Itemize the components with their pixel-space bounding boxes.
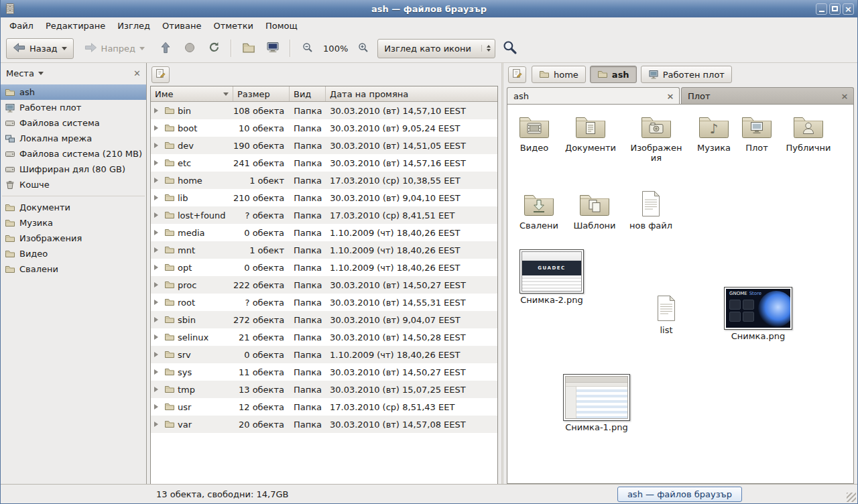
menu-item[interactable]: Помощ xyxy=(259,19,304,33)
expander-icon[interactable] xyxy=(154,265,162,270)
sidebar-item-9[interactable]: Музика xyxy=(1,215,146,231)
sidebar-item-2[interactable]: Файлова система xyxy=(1,115,146,131)
table-row[interactable]: lost+found? обектаПапка17.03.2010 (ср) 8… xyxy=(151,206,497,224)
path-button-2[interactable]: Работен плот xyxy=(641,66,732,83)
expander-icon[interactable] xyxy=(154,247,162,253)
path-button-1[interactable]: ash xyxy=(590,66,637,83)
expander-icon[interactable] xyxy=(154,212,162,218)
sidebar-close-button[interactable]: ✕ xyxy=(133,68,141,78)
table-row[interactable]: var20 обектаПапка30.03.2010 (вт) 14,57,0… xyxy=(151,416,497,433)
sidebar-item-4[interactable]: Файлова система (210 MB) xyxy=(1,146,146,162)
column-header-date[interactable]: Дата на промяна xyxy=(326,86,497,101)
expander-icon[interactable] xyxy=(154,352,162,357)
sidebar-item-10[interactable]: Изображения xyxy=(1,231,146,246)
icon-view-item[interactable]: нов файл xyxy=(624,190,678,231)
icon-view-item[interactable]: Снимка-1.png xyxy=(559,374,634,433)
column-header-type[interactable]: Вид xyxy=(290,86,326,101)
sidebar-item-0[interactable]: ash xyxy=(1,84,146,100)
expander-icon[interactable] xyxy=(154,125,162,131)
table-row[interactable]: boot10 обектаПапка30.03.2010 (вт) 9,05,2… xyxy=(151,119,497,137)
expander-icon[interactable] xyxy=(154,108,162,113)
sidebar-item-5[interactable]: Шифриран дял (80 GB) xyxy=(1,162,146,177)
expander-icon[interactable] xyxy=(154,282,162,288)
table-row[interactable]: sys11 обектаПапка30.03.2010 (вт) 14,50,2… xyxy=(151,363,497,381)
computer-button[interactable] xyxy=(263,38,283,59)
icon-view-item[interactable]: GUADECСнимка-2.png xyxy=(516,249,587,306)
zoom-in-button[interactable] xyxy=(353,38,373,59)
sidebar-item-1[interactable]: Работен плот xyxy=(1,100,146,115)
tab-close-icon[interactable]: × xyxy=(839,90,850,101)
table-row[interactable]: selinux21 обектаПапка30.03.2010 (вт) 14,… xyxy=(151,328,497,346)
expander-icon[interactable] xyxy=(154,300,162,305)
icon-view[interactable]: ВидеоДокументиИзображения♪МузикаПлотПубл… xyxy=(507,104,854,484)
expander-icon[interactable] xyxy=(154,334,162,340)
places-select[interactable]: Места xyxy=(6,68,34,78)
icon-view-item[interactable]: GNOMEStoreСнимка.png xyxy=(721,287,796,342)
taskbar-window-button[interactable]: ash — файлов браузър xyxy=(617,487,742,502)
forward-button[interactable]: Напред xyxy=(78,38,151,59)
search-button[interactable] xyxy=(499,38,519,59)
sidebar-item-8[interactable]: Документи xyxy=(1,200,146,215)
tab-2[interactable]: Плот× xyxy=(681,87,854,104)
maximize-button[interactable] xyxy=(829,3,841,15)
expander-icon[interactable] xyxy=(154,230,162,235)
expander-icon[interactable] xyxy=(154,369,162,375)
table-row[interactable]: lib210 обектаПапка30.03.2010 (вт) 9,04,1… xyxy=(151,189,497,206)
icon-view-item[interactable]: Изображения xyxy=(629,113,683,164)
sidebar-item-11[interactable]: Видео xyxy=(1,246,146,261)
expander-icon[interactable] xyxy=(154,387,162,392)
expander-icon[interactable] xyxy=(154,195,162,200)
menu-item[interactable]: Отиване xyxy=(156,19,207,33)
icon-view-item[interactable]: Шаблони xyxy=(568,190,621,231)
table-row[interactable]: etc241 обектаПапка30.03.2010 (вт) 14,57,… xyxy=(151,154,497,172)
reload-button[interactable] xyxy=(204,38,224,59)
table-row[interactable]: opt0 обектаПапка1.10.2009 (чт) 18,40,26 … xyxy=(151,259,497,276)
tab-1[interactable]: ash× xyxy=(507,87,680,104)
back-button[interactable]: Назад xyxy=(6,38,74,59)
home-button[interactable] xyxy=(239,38,259,59)
sidebar-item-3[interactable]: Локална мрежа xyxy=(1,131,146,146)
expander-icon[interactable] xyxy=(154,160,162,166)
icon-view-item[interactable]: Плот xyxy=(733,113,781,153)
icon-view-item[interactable]: Публични xyxy=(780,113,837,153)
close-button[interactable]: × xyxy=(843,3,854,15)
table-row[interactable]: usr12 обектаПапка17.03.2010 (ср) 8,51,43… xyxy=(151,398,497,416)
expander-icon[interactable] xyxy=(154,404,162,410)
icon-view-item[interactable]: list xyxy=(639,295,693,336)
location-toggle-button[interactable] xyxy=(151,66,170,83)
table-row[interactable]: mnt1 обектПапка1.10.2009 (чт) 18,40,26 E… xyxy=(151,241,497,259)
table-row[interactable]: media0 обектаПапка1.10.2009 (чт) 18,40,2… xyxy=(151,224,497,241)
table-row[interactable]: bin108 обектаПапка30.03.2010 (вт) 14,57,… xyxy=(151,102,497,119)
resize-grip-icon[interactable] xyxy=(847,493,856,502)
stop-button[interactable] xyxy=(180,38,200,59)
minimize-button[interactable] xyxy=(816,3,827,15)
location-toggle-button-2[interactable] xyxy=(508,66,526,83)
table-row[interactable]: dev190 обектаПапка30.03.2010 (вт) 14,51,… xyxy=(151,137,497,154)
view-mode-select[interactable]: Изглед като икони xyxy=(377,39,495,58)
menu-item[interactable]: Файл xyxy=(3,19,40,33)
icon-view-item[interactable]: Документи xyxy=(564,113,617,153)
zoom-out-button[interactable] xyxy=(298,38,318,59)
table-row[interactable]: root? обектаПапка30.03.2010 (вт) 14,55,3… xyxy=(151,294,497,311)
table-row[interactable]: home1 обектПапка17.03.2010 (ср) 10,38,55… xyxy=(151,172,497,189)
column-header-name[interactable]: Име xyxy=(151,86,233,101)
expander-icon[interactable] xyxy=(154,143,162,148)
menu-item[interactable]: Изглед xyxy=(111,19,156,33)
icon-view-item[interactable]: Видео xyxy=(507,113,561,153)
sidebar-item-12[interactable]: Свалени xyxy=(1,261,146,277)
expander-icon[interactable] xyxy=(154,178,162,183)
table-row[interactable]: proc222 обектаПапка30.03.2010 (вт) 14,50… xyxy=(151,276,497,294)
table-row[interactable]: tmp13 обектаПапка30.03.2010 (вт) 15,07,2… xyxy=(151,381,497,398)
table-row[interactable]: sbin272 обектаПапка30.03.2010 (вт) 9,04,… xyxy=(151,311,497,328)
titlebar[interactable]: ash — файлов браузър × xyxy=(1,0,857,17)
menu-item[interactable]: Отметки xyxy=(207,19,259,33)
sidebar-item-6[interactable]: Кошче xyxy=(1,177,146,192)
tab-close-icon[interactable]: × xyxy=(665,90,676,101)
table-row[interactable]: srv0 обектаПапка1.10.2009 (чт) 18,40,26 … xyxy=(151,346,497,363)
menu-item[interactable]: Редактиране xyxy=(40,19,111,33)
expander-icon[interactable] xyxy=(154,422,162,427)
path-button-0[interactable]: home xyxy=(532,66,586,83)
icon-view-item[interactable]: Свалени xyxy=(512,190,566,231)
column-header-size[interactable]: Размер xyxy=(233,86,290,101)
up-button[interactable] xyxy=(156,38,176,59)
